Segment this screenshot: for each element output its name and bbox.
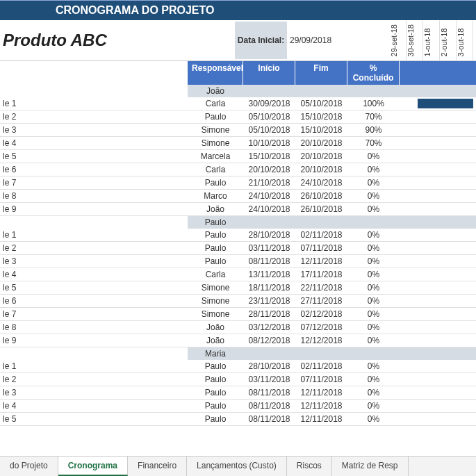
gantt-date-headers: 29-set-1830-set-181-out-182-out-183-out-… — [390, 20, 473, 60]
cell-task: le 7 — [0, 177, 188, 188]
header-pct: % Concluído — [347, 61, 400, 85]
cell-resp: Paulo — [188, 229, 243, 240]
cell-task: le 2 — [0, 111, 188, 122]
cell-end: 05/10/2018 — [295, 98, 347, 109]
cell-resp: Paulo — [188, 361, 243, 372]
cell-start: 30/09/2018 — [243, 98, 295, 109]
cell-task: le 5 — [0, 282, 188, 293]
cell-pct: 0% — [347, 256, 400, 267]
table-row[interactable]: le 5Paulo08/11/201812/11/20180% — [0, 413, 476, 426]
cell-start: 18/11/2018 — [243, 282, 295, 293]
gantt-date: 29-set-18 — [390, 20, 407, 60]
cell-start: 03/12/2018 — [243, 322, 295, 333]
cell-end: 02/11/2018 — [295, 229, 347, 240]
cell-end: 12/11/2018 — [295, 413, 347, 425]
page-title: CRONOGRAMA DO PROJETO — [0, 0, 476, 20]
table-row[interactable]: le 8Marco24/10/201826/10/20180% — [0, 190, 476, 203]
cell-resp: Paulo — [188, 400, 243, 411]
cell-start: 24/10/2018 — [243, 204, 295, 215]
cell-pct: 100% — [347, 98, 400, 109]
cell-end: 12/12/2018 — [295, 335, 347, 346]
cell-resp: Marcela — [188, 151, 243, 162]
sheet-tab[interactable]: Cronograma — [58, 457, 128, 476]
cell-start: 08/12/2018 — [243, 335, 295, 346]
cell-start: 05/10/2018 — [243, 111, 295, 122]
group-owner: Paulo — [188, 216, 243, 229]
table-row[interactable]: le 9João08/12/201812/12/20180% — [0, 334, 476, 347]
table-row[interactable]: le 3Paulo08/11/201812/11/20180% — [0, 255, 476, 268]
table-row[interactable]: le 1Paulo28/10/201802/11/20180% — [0, 360, 476, 373]
group-owner: João — [188, 85, 243, 97]
cell-task: le 7 — [0, 309, 188, 320]
cell-pct: 0% — [347, 269, 400, 280]
table-row[interactable]: le 4Carla13/11/201817/11/20180% — [0, 268, 476, 281]
cell-task: le 1 — [0, 98, 188, 109]
cell-resp: Paulo — [188, 256, 243, 267]
table-row[interactable]: le 2Paulo03/11/201807/11/20180% — [0, 373, 476, 386]
sheet-tab[interactable]: Financeiro — [128, 457, 187, 476]
table-row[interactable]: le 8João03/12/201807/12/20180% — [0, 321, 476, 334]
table-row[interactable]: le 7Simone28/11/201802/12/20180% — [0, 308, 476, 321]
sheet-tab[interactable]: Riscos — [287, 457, 332, 476]
table-row[interactable]: le 1Paulo28/10/201802/11/20180% — [0, 229, 476, 242]
table-row[interactable]: le 4Simone10/10/201820/10/201870% — [0, 137, 476, 150]
cell-resp: Paulo — [188, 374, 243, 385]
cell-resp: Marco — [188, 190, 243, 202]
cell-task: le 5 — [0, 413, 188, 425]
cell-pct: 0% — [347, 387, 400, 398]
cell-end: 15/10/2018 — [295, 124, 347, 136]
table-row[interactable]: le 2Paulo05/10/201815/10/201870% — [0, 110, 476, 124]
cell-pct: 0% — [347, 322, 400, 333]
cell-resp: Simone — [188, 124, 243, 136]
cell-pct: 0% — [347, 204, 400, 215]
cell-resp: João — [188, 204, 243, 215]
gantt-date: 2-out-18 — [440, 20, 457, 60]
gantt-bar — [418, 99, 473, 108]
cell-end: 26/10/2018 — [295, 204, 347, 215]
cell-task: le 6 — [0, 295, 188, 306]
cell-task: le 5 — [0, 151, 188, 162]
cell-end: 07/11/2018 — [295, 374, 347, 385]
cell-end: 07/11/2018 — [295, 243, 347, 254]
start-date-value: 29/09/2018 — [287, 22, 341, 59]
cell-end: 26/10/2018 — [295, 190, 347, 202]
cell-task: le 8 — [0, 322, 188, 333]
table-row[interactable]: le 9João24/10/201826/10/20180% — [0, 203, 476, 216]
table-row[interactable]: le 4Paulo08/11/201812/11/20180% — [0, 400, 476, 413]
cell-start: 15/10/2018 — [243, 151, 295, 162]
cell-start: 03/11/2018 — [243, 374, 295, 385]
cell-task: le 1 — [0, 229, 188, 240]
table-row[interactable]: le 2Paulo03/11/201807/11/20180% — [0, 242, 476, 255]
cell-end: 27/11/2018 — [295, 295, 347, 306]
cell-resp: Carla — [188, 269, 243, 280]
table-row[interactable]: le 6Carla20/10/201820/10/20180% — [0, 163, 476, 177]
table-row[interactable]: le 5Marcela15/10/201820/10/20180% — [0, 150, 476, 163]
table-row[interactable]: le 3Simone05/10/201815/10/201890% — [0, 124, 476, 137]
cell-task: le 2 — [0, 374, 188, 385]
table-row[interactable]: le 1Carla30/09/201805/10/2018100% — [0, 97, 476, 110]
cell-start: 28/10/2018 — [243, 361, 295, 372]
header-responsavel: Responsável — [188, 61, 243, 85]
cell-end: 24/10/2018 — [295, 177, 347, 188]
cell-resp: Paulo — [188, 111, 243, 122]
cell-resp: Paulo — [188, 177, 243, 188]
table-row[interactable]: le 5Simone18/11/201822/11/20180% — [0, 281, 476, 295]
cell-pct: 0% — [347, 190, 400, 202]
cell-pct: 70% — [347, 138, 400, 149]
sheet-tab[interactable]: do Projeto — [0, 457, 58, 476]
cell-task: le 1 — [0, 361, 188, 372]
table-row[interactable]: le 3Paulo08/11/201812/11/20180% — [0, 386, 476, 400]
table-row[interactable]: le 6Simone23/11/201827/11/20180% — [0, 295, 476, 308]
cell-task: le 3 — [0, 124, 188, 136]
sheet-tab[interactable]: Matriz de Resp — [332, 457, 409, 476]
table-row[interactable]: le 7Paulo21/10/201824/10/20180% — [0, 177, 476, 190]
cell-end: 12/11/2018 — [295, 387, 347, 398]
sheet-tab[interactable]: Lançamentos (Custo) — [187, 457, 287, 476]
cell-pct: 90% — [347, 124, 400, 136]
table-header: Responsável Início Fim % Concluído — [0, 61, 476, 85]
cell-pct: 0% — [347, 335, 400, 346]
cell-end: 02/12/2018 — [295, 309, 347, 320]
cell-task: le 4 — [0, 138, 188, 149]
cell-resp: Paulo — [188, 243, 243, 254]
cell-pct: 0% — [347, 243, 400, 254]
